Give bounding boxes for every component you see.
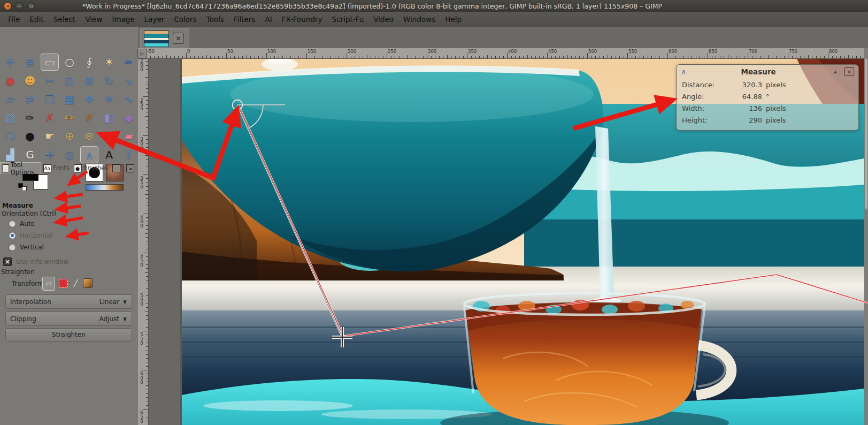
window-minimize-button[interactable]: −	[16, 2, 24, 10]
tool-ink-pen[interactable]: ✑	[21, 109, 39, 126]
radio-auto[interactable]	[9, 220, 16, 227]
tool-mypaint-brush[interactable]: ▧	[1, 109, 19, 126]
measure-cell: 64.88	[731, 93, 762, 101]
ruler-tick	[391, 56, 391, 58]
tool-perspective-clone[interactable]: ⊛	[80, 127, 98, 145]
tool-bucket-fill[interactable]: ◧	[100, 109, 118, 126]
tool-flip[interactable]: ⇄	[21, 90, 39, 108]
ruler-tick	[732, 56, 732, 58]
tool-gradient[interactable]: ◆	[120, 109, 138, 126]
tool-smudge[interactable]: ☛	[41, 127, 59, 145]
menu-fx-foundry[interactable]: FX-Foundry	[277, 12, 327, 27]
ruler-tick	[202, 56, 203, 58]
h-ruler[interactable]: -500501001502002503003504004505005506006…	[138, 48, 864, 59]
ruler-tick	[146, 222, 148, 222]
tool-color-picker[interactable]: ℓ	[120, 146, 138, 163]
tool-rectangle-select[interactable]: ▭	[41, 54, 59, 71]
tool-crop[interactable]: ⊡	[60, 72, 79, 89]
transform-layer-button[interactable]: ▱	[42, 277, 55, 291]
tool-text[interactable]: A	[100, 146, 118, 163]
shade-window-icon[interactable]: ▴	[831, 67, 840, 76]
tool-select-by-color[interactable]: ◉	[1, 72, 19, 89]
tool-free-select[interactable]: ∮	[80, 54, 98, 71]
menu-video[interactable]: Video	[368, 12, 398, 27]
v-ruler[interactable]: 200250300350400450500550600650	[138, 59, 149, 425]
dock-menu-button[interactable]: ◂	[124, 162, 138, 174]
tool-cage-transform[interactable]: ✳	[100, 90, 118, 108]
v-scrollbar[interactable]	[864, 48, 868, 425]
use-info-window-checkbox[interactable]: ×	[3, 257, 12, 266]
tool-rotate[interactable]: ↻	[100, 72, 118, 89]
tool-fuzzy-select[interactable]: ✶	[100, 54, 118, 71]
menu-ai[interactable]: AI	[260, 12, 276, 27]
measure-window-close-button[interactable]: ×	[844, 67, 854, 76]
ruler-tick	[263, 56, 263, 58]
tool-scissors[interactable]: ✂	[41, 72, 59, 89]
image-tab-close-button[interactable]: ×	[173, 33, 184, 44]
menu-image[interactable]: Image	[107, 12, 139, 27]
measure-info-window[interactable]: ∧ Measure ▴ × Distance:320.3pixelsAngle:…	[676, 64, 859, 131]
tool-scale[interactable]: ↘	[120, 72, 138, 89]
tab-patterns[interactable]: ∷	[110, 162, 124, 174]
tool-ink[interactable]: ✒	[120, 54, 138, 71]
menu-view[interactable]: View	[80, 12, 107, 27]
tool-3d-transform[interactable]: ❒	[41, 90, 59, 108]
menu-help[interactable]: Help	[440, 12, 466, 27]
tool-gegl[interactable]: G	[21, 146, 39, 163]
tool-levels[interactable]: ▟	[1, 146, 19, 163]
menu-select[interactable]: Select	[49, 12, 81, 27]
ruler-tick	[547, 53, 548, 58]
ruler-tick	[146, 358, 148, 359]
ruler-tick	[772, 56, 772, 58]
tool-handle-transform[interactable]: ❖	[80, 90, 98, 108]
window-maximize-button[interactable]: ▫	[27, 2, 35, 10]
tool-eraser[interactable]: ▰	[120, 127, 138, 145]
menu-windows[interactable]: Windows	[398, 12, 440, 27]
tool-pan[interactable]: ✛	[41, 146, 59, 163]
tool-clone[interactable]: ⊕	[60, 127, 79, 145]
straighten-button[interactable]: Straighten	[5, 328, 132, 341]
menu-tools[interactable]: Tools	[202, 12, 229, 27]
ruler-corner-button[interactable]: ▷	[137, 49, 147, 58]
tool-perspective[interactable]: ▦	[60, 90, 79, 108]
tool-foreground-select[interactable]: ☻	[21, 72, 39, 89]
tab-brushes[interactable]: ● Brushes	[72, 162, 110, 174]
ruler-tick	[279, 56, 279, 58]
tool-paintbrush[interactable]: ✐	[80, 109, 98, 126]
tool-move[interactable]: ✢	[1, 54, 19, 71]
menu-colors[interactable]: Colors	[169, 12, 201, 27]
tool-heal[interactable]: ✚	[100, 127, 118, 145]
window-close-button[interactable]: ×	[4, 2, 12, 10]
radio-horizontal[interactable]	[9, 232, 16, 239]
ruler-tick	[515, 56, 516, 58]
transform-selection-button[interactable]	[59, 279, 68, 288]
transform-path-button[interactable]: ╱	[71, 279, 80, 288]
tab-fonts[interactable]: Aa Fonts	[41, 162, 72, 174]
tab-tool-options[interactable]: Tool Options	[0, 162, 41, 174]
menu-script-fu[interactable]: Script-Fu	[327, 12, 369, 27]
v-scrollbar-thumb[interactable]	[865, 59, 867, 209]
tool-alignment[interactable]: ≣	[21, 54, 39, 71]
interpolation-dropdown[interactable]: Interpolation Linear ∨	[5, 294, 132, 309]
clipping-dropdown[interactable]: Clipping Adjust ∨	[5, 312, 132, 326]
image-tab[interactable]: ×	[140, 28, 189, 48]
tool-measure[interactable]: ∧	[80, 146, 98, 163]
menu-filters[interactable]: Filters	[229, 12, 260, 27]
tool-ellipse-select[interactable]: ○	[60, 54, 79, 71]
tab-fonts-label: Fonts	[53, 164, 70, 172]
tool-airbrush[interactable]: ✗	[41, 109, 59, 126]
tool-dodge-burn[interactable]: ●	[21, 127, 39, 145]
tool-blur-sharpen[interactable]: ❍	[1, 127, 19, 145]
tool-unified-transform[interactable]: ⊞	[80, 72, 98, 89]
radio-vertical[interactable]	[9, 244, 16, 251]
transform-image-button[interactable]	[83, 278, 93, 288]
tool-pencil[interactable]: ✏	[60, 109, 79, 126]
menu-file[interactable]: File	[3, 12, 25, 27]
tool-zoom[interactable]: ◎	[60, 146, 79, 163]
menu-edit[interactable]: Edit	[25, 12, 49, 27]
active-gradient-preview[interactable]	[86, 184, 124, 191]
tool-warp[interactable]: ∿	[120, 90, 138, 108]
ruler-tick	[146, 104, 148, 105]
tool-shear[interactable]: ▱	[1, 90, 19, 108]
menu-layer[interactable]: Layer	[140, 12, 170, 27]
